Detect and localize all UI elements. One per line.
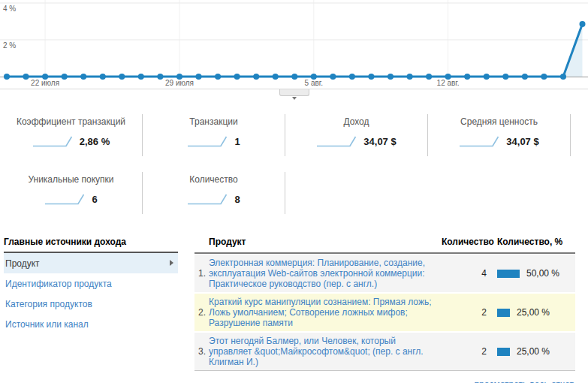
data-point[interactable] (560, 74, 566, 80)
metric-label: Количество (143, 174, 285, 185)
product-link[interactable]: Краткий курс манипуляции сознанием: Прям… (209, 297, 442, 328)
data-point[interactable] (291, 74, 297, 80)
svg-text:5 авг.: 5 авг. (305, 79, 323, 87)
metric-row-1: Коэффициент транзакций 2,86 % Транзакции… (0, 114, 588, 156)
product-link[interactable]: Электронная коммерция: Планирование, соз… (209, 258, 442, 289)
report-title: Главные источники дохода (4, 234, 178, 253)
view-full-report-link[interactable]: просмотреть весь отчет (475, 379, 574, 383)
data-point[interactable] (234, 74, 240, 80)
row-number: 1. (194, 268, 209, 279)
table-row: 2. Краткий курс манипуляции сознанием: П… (194, 294, 575, 331)
quantity-value: 4 (442, 268, 487, 279)
sparkline (316, 135, 358, 147)
data-point[interactable] (80, 74, 86, 80)
metric-value: 6 (92, 194, 97, 205)
sparkline (32, 135, 74, 147)
sidebar-item-product[interactable]: Продукт (4, 253, 178, 273)
data-point[interactable] (484, 74, 490, 80)
sparkline (187, 135, 229, 147)
chart-collapse-handle[interactable] (279, 89, 309, 96)
metrics-summary: Коэффициент транзакций 2,86 % Транзакции… (0, 114, 588, 214)
metric-card-revenue: Доход 34,07 $ (285, 114, 428, 156)
sparkline (187, 193, 229, 205)
report-sidebar: Главные источники дохода Продукт Идентиф… (4, 234, 178, 383)
header-product: Продукт (209, 237, 442, 247)
quantity-pct-value: 25,00 % (517, 307, 550, 318)
sidebar-item-label: Источник или канал (5, 319, 89, 330)
sidebar-item-label: Идентификатор продукта (5, 279, 112, 289)
quantity-pct-value: 50,00 % (526, 268, 559, 279)
row-number: 3. (194, 346, 209, 357)
svg-text:22 июля: 22 июля (31, 79, 59, 87)
quantity-bar (497, 348, 510, 356)
data-point[interactable] (157, 74, 163, 80)
data-point[interactable] (368, 74, 374, 80)
data-point[interactable] (502, 74, 508, 80)
sidebar-item-label: Категория продуктов (5, 299, 92, 309)
data-point[interactable] (580, 21, 586, 27)
quantity-pct-value: 25,00 % (517, 346, 550, 357)
quantity-bar (497, 270, 520, 278)
header-spacer (194, 237, 209, 247)
data-point[interactable] (138, 74, 144, 80)
revenue-sources-report: Главные источники дохода Продукт Идентиф… (0, 234, 588, 383)
table-body: 1. Электронная коммерция: Планирование, … (194, 255, 575, 371)
sidebar-item-product-id[interactable]: Идентификатор продукта (4, 273, 178, 294)
svg-text:29 июля: 29 июля (165, 79, 194, 87)
quantity-value: 2 (442, 307, 487, 318)
timeseries-chart[interactable]: 2 %4 %22 июля29 июля5 авг.12 авг. (0, 0, 588, 88)
quantity-bar (497, 309, 510, 317)
metric-label: Средняя ценность (428, 116, 570, 127)
data-point[interactable] (426, 74, 432, 80)
chevron-down-icon (292, 97, 297, 100)
svg-text:2 %: 2 % (3, 41, 16, 50)
data-point[interactable] (407, 74, 413, 80)
sparkline (44, 193, 86, 205)
data-point[interactable] (100, 74, 106, 80)
quantity-value: 2 (442, 346, 487, 357)
sidebar-item-source-medium[interactable]: Источник или канал (4, 314, 178, 334)
data-point[interactable] (196, 74, 202, 80)
data-point[interactable] (119, 74, 125, 80)
metric-value: 8 (234, 194, 240, 205)
metric-label: Транзакции (143, 116, 285, 127)
metric-row-2: Уникальные покупки 6 Количество 8 (0, 172, 588, 214)
metric-card-quantity: Количество 8 (143, 172, 285, 214)
metric-label: Доход (285, 116, 427, 127)
header-quantity: Количество (442, 237, 487, 247)
header-quantity-pct: Количество, % (487, 237, 575, 247)
metric-card-average-value: Средняя ценность 34,07 $ (428, 114, 571, 156)
metric-value: 2,86 % (80, 136, 110, 147)
metric-value: 1 (234, 136, 240, 147)
sidebar-item-product-category[interactable]: Категория продуктов (4, 294, 178, 314)
svg-text:4 %: 4 % (3, 5, 16, 13)
data-point[interactable] (253, 74, 259, 80)
data-point[interactable] (4, 74, 10, 80)
arrow-right-icon (170, 260, 173, 266)
table-row: 1. Электронная коммерция: Планирование, … (194, 255, 575, 292)
product-link[interactable]: Этот негодяй Балмер, или Человек, которы… (209, 336, 442, 367)
data-point[interactable] (522, 74, 528, 80)
table-header: Продукт Количество Количество, % (194, 234, 575, 254)
metric-label: Коэффициент транзакций (0, 116, 142, 127)
data-point[interactable] (62, 74, 68, 80)
data-point[interactable] (387, 74, 394, 80)
metric-card-transactions: Транзакции 1 (143, 114, 285, 156)
data-point[interactable] (349, 74, 355, 80)
row-number: 2. (194, 307, 209, 318)
data-point[interactable] (215, 74, 221, 80)
timeseries-panel: 2 %4 %22 июля29 июля5 авг.12 авг. (0, 0, 588, 97)
metric-label: Уникальные покупки (0, 174, 142, 185)
product-table: Продукт Количество Количество, % 1. Элек… (194, 234, 575, 383)
data-point[interactable] (464, 74, 470, 80)
data-point[interactable] (330, 74, 336, 80)
data-point[interactable] (541, 74, 547, 80)
metric-card-conversion-rate: Коэффициент транзакций 2,86 % (0, 114, 143, 156)
data-point[interactable] (23, 74, 29, 80)
metric-value: 34,07 $ (506, 136, 538, 147)
svg-text:12 авг.: 12 авг. (437, 79, 460, 87)
data-point[interactable] (273, 74, 279, 80)
metric-value: 34,07 $ (363, 136, 396, 147)
table-row: 3. Этот негодяй Балмер, или Человек, кот… (194, 333, 575, 370)
sidebar-item-label: Продукт (5, 258, 40, 269)
